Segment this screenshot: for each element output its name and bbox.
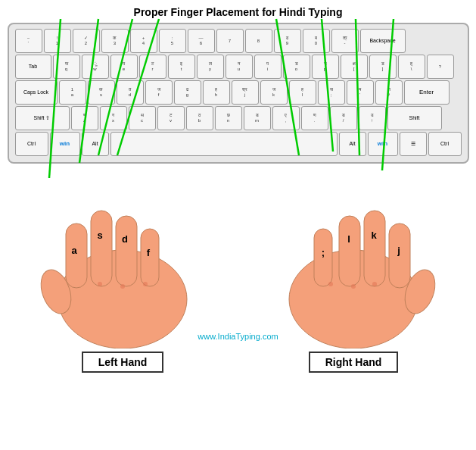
key-win-right[interactable]: win — [368, 132, 398, 156]
left-hand-svg: a s d f — [24, 167, 221, 348]
key-ctrl-right[interactable]: Ctrl — [428, 132, 462, 156]
key-question[interactable]: ? — [427, 55, 454, 79]
key-l[interactable]: हl — [289, 80, 316, 105]
key-row-shift: Shift ⇧ णz गx थc टv ठb छn डm ए, ण. ड/ उ↑… — [15, 106, 462, 130]
svg-text:k: k — [371, 230, 377, 241]
key-2[interactable]: ✓2 — [73, 29, 100, 53]
key-1[interactable]: !1 — [44, 29, 71, 53]
key-v[interactable]: टv — [157, 106, 185, 130]
key-backspace[interactable]: Backspace — [360, 29, 406, 53]
left-hand-container: a s d f Left Hand — [8, 167, 238, 379]
key-h[interactable]: हh — [203, 80, 230, 105]
key-o[interactable]: डo — [283, 55, 310, 79]
svg-text:l: l — [347, 233, 350, 245]
key-row-tab: Tab फq ूw मe टr इt लy नu पi डo चp क्ष[ ड… — [15, 55, 462, 79]
key-k[interactable]: जk — [260, 80, 288, 105]
svg-point-31 — [328, 282, 333, 286]
key-m[interactable]: डm — [244, 106, 271, 130]
key-0[interactable]: ब0 — [303, 29, 330, 53]
key-shift-right[interactable]: Shift — [387, 106, 442, 130]
right-hand-svg: j k l ; — [255, 167, 452, 348]
key-space[interactable] — [110, 132, 338, 156]
key-r[interactable]: टr — [139, 55, 166, 79]
key-comma[interactable]: ए, — [272, 106, 300, 130]
key-alt-left[interactable]: Alt — [82, 132, 109, 156]
key-d[interactable]: तd — [117, 80, 144, 105]
key-8[interactable]: 8 — [245, 29, 272, 53]
key-bracket-r[interactable]: ड] — [369, 55, 397, 79]
key-row-bottom: Ctrl win Alt Alt win ☰ Ctrl — [15, 132, 462, 156]
key-y[interactable]: लy — [197, 55, 224, 79]
key-5[interactable]: :5 — [159, 29, 186, 53]
key-7[interactable]: 7 — [216, 29, 244, 53]
key-backslash[interactable]: ह्\ — [398, 55, 425, 79]
key-a[interactable]: 1a — [59, 80, 86, 105]
key-shift-left[interactable]: Shift ⇧ — [15, 106, 70, 130]
key-e[interactable]: मe — [110, 55, 138, 79]
hands-section: a s d f Left Hand www.IndiaTyping.com — [8, 167, 469, 379]
key-9[interactable]: ढ9 — [274, 29, 301, 53]
right-hand-label: Right Hand — [309, 352, 399, 373]
key-n[interactable]: छn — [215, 106, 242, 130]
key-z[interactable]: णz — [71, 106, 98, 130]
svg-point-33 — [372, 282, 377, 286]
key-bracket-l[interactable]: क्ष[ — [341, 55, 368, 79]
key-quote[interactable]: य' — [347, 80, 374, 105]
svg-point-18 — [98, 282, 102, 286]
svg-point-19 — [120, 284, 125, 289]
key-c[interactable]: थc — [129, 106, 156, 130]
key-t[interactable]: इt — [168, 55, 195, 79]
key-x[interactable]: गx — [100, 106, 127, 130]
website-label: www.IndiaTyping.com — [198, 332, 278, 341]
key-u[interactable]: नu — [226, 55, 253, 79]
left-hand-label: Left Hand — [82, 352, 164, 373]
key-3[interactable]: क3 — [101, 29, 129, 53]
svg-rect-11 — [91, 211, 112, 286]
key-row-caps: Caps Lock 1a कs तd जf ढg हh श्रj जk हl स… — [15, 80, 462, 105]
key-tab[interactable]: Tab — [15, 55, 51, 79]
svg-text:j: j — [397, 245, 400, 256]
key-dot[interactable]: ण. — [301, 106, 328, 130]
key-hash[interactable]: श# — [375, 80, 403, 105]
svg-rect-24 — [339, 216, 360, 286]
svg-text:;: ; — [322, 247, 325, 258]
svg-text:d: d — [122, 233, 128, 245]
key-f[interactable]: जf — [145, 80, 173, 105]
key-4[interactable]: +4 — [130, 29, 157, 53]
key-alt-right[interactable]: Alt — [339, 132, 366, 156]
svg-rect-12 — [116, 216, 137, 286]
key-semi[interactable]: स; — [318, 80, 345, 105]
key-j[interactable]: श्रj — [232, 80, 259, 105]
key-capslock[interactable]: Caps Lock — [15, 80, 58, 105]
key-enter[interactable]: Enter — [404, 80, 450, 105]
svg-text:s: s — [97, 230, 102, 241]
right-hand-container: j k l ; Right Hand — [238, 167, 469, 379]
page-title: Proper Finger Placement for Hindi Typing — [134, 6, 343, 18]
key-s[interactable]: कs — [88, 80, 115, 105]
svg-rect-25 — [364, 211, 385, 286]
key-ctrl-left[interactable]: Ctrl — [15, 132, 48, 156]
key-q[interactable]: फq — [53, 55, 80, 79]
svg-text:f: f — [147, 247, 151, 258]
key-6[interactable]: —6 — [188, 29, 215, 53]
svg-text:a: a — [71, 245, 77, 256]
key-menu[interactable]: ☰ — [400, 132, 427, 156]
key-slash[interactable]: ड/ — [330, 106, 357, 130]
svg-point-20 — [143, 282, 148, 286]
key-g[interactable]: ढg — [174, 80, 201, 105]
keyboard: ~` !1 ✓2 क3 +4 :5 —6 7 8 ढ9 ब0 त्र- Back… — [8, 23, 469, 164]
key-row-numbers: ~` !1 ✓2 क3 +4 :5 —6 7 8 ढ9 ब0 त्र- Back… — [15, 29, 462, 53]
svg-point-32 — [351, 284, 356, 289]
key-up[interactable]: उ↑ — [359, 106, 386, 130]
key-minus[interactable]: त्र- — [331, 29, 359, 53]
key-b[interactable]: ठb — [186, 106, 213, 130]
key-w[interactable]: ूw — [82, 55, 109, 79]
key-p[interactable]: चp — [312, 55, 339, 79]
key-win-left[interactable]: win — [50, 132, 80, 156]
key-backtick[interactable]: ~` — [15, 29, 42, 53]
key-i[interactable]: पi — [254, 55, 282, 79]
